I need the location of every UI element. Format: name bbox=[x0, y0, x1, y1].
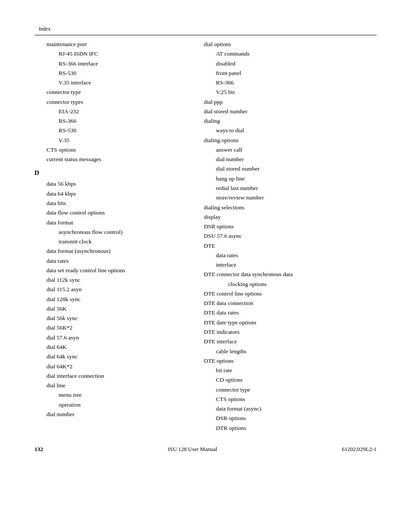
list-item: DSU 57.6 async bbox=[192, 231, 377, 241]
list-item: DTE connector data synchronous data bbox=[192, 270, 377, 279]
list-item: data 56 kbps bbox=[34, 179, 183, 189]
list-item: asynchronous flow control) bbox=[34, 227, 183, 237]
list-item: V.25 bis bbox=[192, 87, 377, 97]
list-item: dial 56k sync bbox=[34, 314, 183, 323]
list-item: operation bbox=[34, 400, 183, 410]
list-item: CD options bbox=[192, 375, 377, 385]
list-item: AT commands bbox=[192, 49, 377, 59]
list-item: display bbox=[192, 212, 377, 222]
list-item: interface bbox=[192, 260, 377, 270]
list-item: store/review number bbox=[192, 193, 377, 202]
list-item: data 64 kbps bbox=[34, 189, 183, 199]
list-item: dial number bbox=[34, 410, 183, 419]
list-item: front panel bbox=[192, 68, 377, 78]
footer: 132 ISU 128 User Manual 61202.029L2-1 bbox=[34, 446, 377, 453]
list-item: DTR options bbox=[192, 423, 377, 433]
list-item: dial 112k sync bbox=[34, 275, 183, 285]
list-item: RS-530 bbox=[34, 126, 183, 135]
list-item: menu tree bbox=[34, 390, 183, 400]
list-item: dial stored number bbox=[192, 164, 377, 174]
list-item: dial line bbox=[34, 381, 183, 390]
list-item: data format (asynchronous) bbox=[34, 246, 183, 256]
list-item: dial 57.6 asyn bbox=[34, 333, 183, 342]
list-item: dial 128k sync bbox=[34, 295, 183, 304]
list-item: maintenance port bbox=[34, 40, 183, 49]
list-item: dial 115.2 asyn bbox=[34, 285, 183, 294]
list-item: dialing selections bbox=[192, 203, 377, 212]
list-item: current status messages bbox=[34, 155, 183, 164]
list-item: RS-366 interface bbox=[34, 59, 183, 68]
footer-page-number: 132 bbox=[34, 446, 43, 453]
list-item: data rates bbox=[192, 251, 377, 260]
index-content: maintenance port RJ-45 ISDN IFC RS-366 i… bbox=[34, 40, 377, 433]
list-item: DSR options bbox=[192, 414, 377, 423]
list-item: dial 64K bbox=[34, 342, 183, 352]
list-item: DTE bbox=[192, 241, 377, 251]
list-item: DTE date type options bbox=[192, 318, 377, 327]
list-item: data set ready control line options bbox=[34, 266, 183, 275]
list-item: DSR options bbox=[192, 222, 377, 231]
list-item: CTS options bbox=[34, 145, 183, 155]
footer-title: ISU 128 User Manual bbox=[168, 446, 217, 453]
list-item: dialing options bbox=[192, 136, 377, 145]
list-item: dial 64K*2 bbox=[34, 362, 183, 371]
header-label: Index bbox=[39, 26, 377, 32]
list-item: DTE options bbox=[192, 356, 377, 366]
list-item: V.35 interface bbox=[34, 78, 183, 87]
list-item: DTE interface bbox=[192, 337, 377, 346]
list-item: DTE control line options bbox=[192, 289, 377, 299]
list-item: dial options bbox=[192, 40, 377, 49]
footer-doc-number: 61202.029L2-1 bbox=[342, 446, 377, 453]
divider bbox=[34, 35, 377, 35]
list-item: connector type bbox=[192, 385, 377, 395]
list-item: hang up line bbox=[192, 174, 377, 184]
list-item: dial number bbox=[192, 155, 377, 164]
list-item: connector types bbox=[34, 97, 183, 107]
list-item: dial 56K bbox=[34, 304, 183, 314]
list-item: cable lengths bbox=[192, 347, 377, 356]
list-item: data bits bbox=[34, 199, 183, 208]
list-item: data format bbox=[34, 218, 183, 227]
list-item: disabled bbox=[192, 59, 377, 68]
list-item: transmit clock bbox=[34, 237, 183, 246]
list-item: dial 64k sync bbox=[34, 352, 183, 361]
list-item: V.35 bbox=[34, 136, 183, 145]
list-item: clocking options bbox=[192, 280, 377, 289]
list-item: RS-530 bbox=[34, 68, 183, 78]
list-item: bit rate bbox=[192, 366, 377, 375]
list-item: data format (async) bbox=[192, 404, 377, 414]
list-item: RS-366 bbox=[34, 116, 183, 126]
list-item: redial last number bbox=[192, 184, 377, 193]
list-item: ways to dial bbox=[192, 126, 377, 135]
list-item: answer call bbox=[192, 145, 377, 155]
list-item: dialing bbox=[192, 116, 377, 126]
list-item: dial ppp bbox=[192, 97, 377, 107]
list-item: DTE indicators bbox=[192, 327, 377, 337]
section-d-label: D bbox=[34, 169, 183, 177]
left-column: maintenance port RJ-45 ISDN IFC RS-366 i… bbox=[34, 40, 192, 433]
list-item: dial stored number bbox=[192, 107, 377, 116]
list-item: connector type bbox=[34, 87, 183, 97]
list-item: data rates bbox=[34, 256, 183, 266]
list-item: CTS options bbox=[192, 395, 377, 404]
list-item: DTE data rates bbox=[192, 308, 377, 317]
list-item: RJ-45 ISDN IFC bbox=[34, 49, 183, 59]
right-column: dial options AT commands disabled front … bbox=[192, 40, 377, 433]
list-item: dial 56K*2 bbox=[34, 323, 183, 333]
list-item: data flow control options bbox=[34, 208, 183, 218]
list-item: DTE data connection bbox=[192, 299, 377, 308]
list-item: dial interface connection bbox=[34, 371, 183, 381]
list-item: RS-366 bbox=[192, 78, 377, 87]
list-item: EIA-232 bbox=[34, 107, 183, 116]
